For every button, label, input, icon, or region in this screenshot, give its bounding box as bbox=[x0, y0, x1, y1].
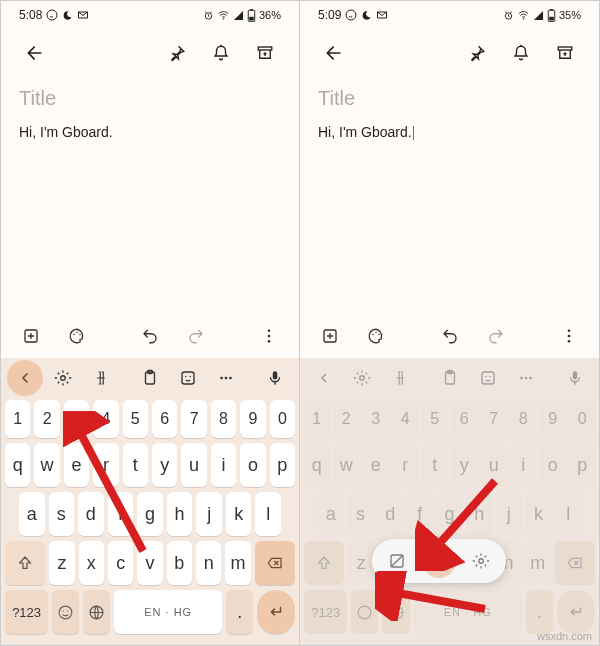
period-key[interactable]: . bbox=[526, 590, 553, 634]
key-w[interactable]: w bbox=[334, 443, 360, 487]
reminder-button[interactable] bbox=[203, 35, 239, 71]
note-body[interactable]: Hi, I'm Gboard. bbox=[318, 124, 581, 140]
key-a[interactable]: a bbox=[318, 492, 344, 536]
key-z[interactable]: z bbox=[49, 541, 74, 585]
symbols-key[interactable]: ?123 bbox=[304, 590, 347, 634]
text-cursor-icon[interactable] bbox=[382, 360, 418, 396]
key-o[interactable]: o bbox=[240, 443, 265, 487]
collapse-icon[interactable] bbox=[7, 360, 43, 396]
shift-key[interactable] bbox=[304, 541, 344, 585]
note-editor[interactable]: Title Hi, I'm Gboard. bbox=[300, 77, 599, 314]
more-button[interactable] bbox=[251, 318, 287, 354]
key-p[interactable]: p bbox=[270, 443, 295, 487]
shift-key[interactable] bbox=[5, 541, 45, 585]
more-button[interactable] bbox=[551, 318, 587, 354]
key-c[interactable]: c bbox=[108, 541, 133, 585]
text-cursor-icon[interactable] bbox=[83, 360, 119, 396]
redo-button[interactable] bbox=[478, 318, 514, 354]
key-8[interactable]: 8 bbox=[211, 400, 236, 438]
key-m[interactable]: m bbox=[525, 541, 550, 585]
key-3[interactable]: 3 bbox=[64, 400, 89, 438]
title-field[interactable]: Title bbox=[318, 87, 581, 110]
reminder-button[interactable] bbox=[503, 35, 539, 71]
mic-icon[interactable] bbox=[557, 360, 593, 396]
more-icon[interactable] bbox=[508, 360, 544, 396]
palette-button[interactable] bbox=[59, 318, 95, 354]
key-8[interactable]: 8 bbox=[511, 400, 537, 438]
key-d[interactable]: d bbox=[78, 492, 104, 536]
period-key[interactable]: . bbox=[226, 590, 253, 634]
key-h[interactable]: h bbox=[167, 492, 193, 536]
key-g[interactable]: g bbox=[137, 492, 163, 536]
redo-button[interactable] bbox=[178, 318, 214, 354]
key-b[interactable]: b bbox=[167, 541, 192, 585]
key-2[interactable]: 2 bbox=[34, 400, 59, 438]
key-5[interactable]: 5 bbox=[422, 400, 448, 438]
key-e[interactable]: e bbox=[363, 443, 389, 487]
key-e[interactable]: e bbox=[64, 443, 89, 487]
mic-icon[interactable] bbox=[257, 360, 293, 396]
add-button[interactable] bbox=[312, 318, 348, 354]
collapse-icon[interactable] bbox=[306, 360, 342, 396]
spacebar[interactable]: EN · HG bbox=[114, 590, 222, 634]
key-q[interactable]: q bbox=[5, 443, 30, 487]
key-9[interactable]: 9 bbox=[240, 400, 265, 438]
key-l[interactable]: l bbox=[255, 492, 281, 536]
key-x[interactable]: x bbox=[79, 541, 104, 585]
key-f[interactable]: f bbox=[407, 492, 433, 536]
key-y[interactable]: y bbox=[152, 443, 177, 487]
key-s[interactable]: s bbox=[348, 492, 374, 536]
key-k[interactable]: k bbox=[226, 492, 252, 536]
key-1[interactable]: 1 bbox=[304, 400, 330, 438]
add-button[interactable] bbox=[13, 318, 49, 354]
key-u[interactable]: u bbox=[181, 443, 206, 487]
key-l[interactable]: l bbox=[555, 492, 581, 536]
key-j[interactable]: j bbox=[196, 492, 222, 536]
popup-text-icon[interactable] bbox=[380, 544, 414, 578]
key-3[interactable]: 3 bbox=[363, 400, 389, 438]
back-button[interactable] bbox=[316, 35, 352, 71]
key-5[interactable]: 5 bbox=[123, 400, 148, 438]
backspace-key[interactable] bbox=[555, 541, 595, 585]
key-r[interactable]: r bbox=[93, 443, 118, 487]
key-o[interactable]: o bbox=[540, 443, 566, 487]
key-t[interactable]: t bbox=[422, 443, 448, 487]
key-2[interactable]: 2 bbox=[334, 400, 360, 438]
gear-icon[interactable] bbox=[45, 360, 81, 396]
spacebar[interactable]: EN · HG bbox=[414, 590, 522, 634]
key-u[interactable]: u bbox=[481, 443, 507, 487]
emoji-key[interactable] bbox=[52, 590, 79, 634]
emoji-key[interactable] bbox=[351, 590, 378, 634]
key-h[interactable]: h bbox=[466, 492, 492, 536]
key-m[interactable]: m bbox=[225, 541, 250, 585]
key-v[interactable]: v bbox=[137, 541, 162, 585]
key-s[interactable]: s bbox=[49, 492, 75, 536]
key-k[interactable]: k bbox=[526, 492, 552, 536]
key-a[interactable]: a bbox=[19, 492, 45, 536]
key-i[interactable]: i bbox=[511, 443, 537, 487]
key-d[interactable]: d bbox=[377, 492, 403, 536]
key-y[interactable]: y bbox=[452, 443, 478, 487]
popup-gear-icon[interactable] bbox=[464, 544, 498, 578]
palette-button[interactable] bbox=[358, 318, 394, 354]
key-p[interactable]: p bbox=[570, 443, 596, 487]
pin-button[interactable] bbox=[459, 35, 495, 71]
key-q[interactable]: q bbox=[304, 443, 330, 487]
symbols-key[interactable]: ?123 bbox=[5, 590, 48, 634]
key-1[interactable]: 1 bbox=[5, 400, 30, 438]
pin-button[interactable] bbox=[159, 35, 195, 71]
undo-button[interactable] bbox=[132, 318, 168, 354]
note-editor[interactable]: Title Hi, I'm Gboard. bbox=[1, 77, 299, 314]
title-field[interactable]: Title bbox=[19, 87, 281, 110]
key-n[interactable]: n bbox=[196, 541, 221, 585]
note-body[interactable]: Hi, I'm Gboard. bbox=[19, 124, 281, 140]
key-0[interactable]: 0 bbox=[570, 400, 596, 438]
sticker-icon[interactable] bbox=[170, 360, 206, 396]
key-w[interactable]: w bbox=[34, 443, 59, 487]
gear-icon[interactable] bbox=[344, 360, 380, 396]
key-i[interactable]: i bbox=[211, 443, 236, 487]
sticker-icon[interactable] bbox=[470, 360, 506, 396]
key-4[interactable]: 4 bbox=[393, 400, 419, 438]
key-7[interactable]: 7 bbox=[181, 400, 206, 438]
archive-button[interactable] bbox=[247, 35, 283, 71]
